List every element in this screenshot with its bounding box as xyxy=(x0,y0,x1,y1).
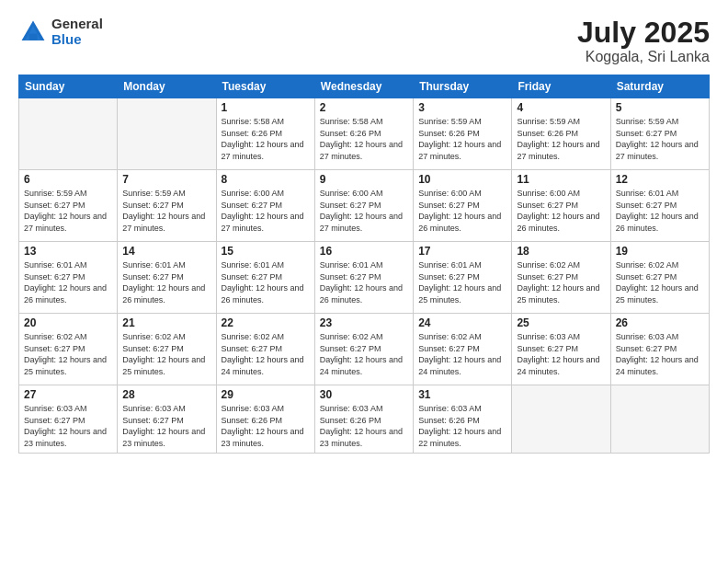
table-row: 7Sunrise: 5:59 AM Sunset: 6:27 PM Daylig… xyxy=(118,170,216,242)
table-row: 21Sunrise: 6:02 AM Sunset: 6:27 PM Dayli… xyxy=(118,314,216,385)
day-info: Sunrise: 6:00 AM Sunset: 6:27 PM Dayligh… xyxy=(320,188,408,234)
day-info: Sunrise: 6:02 AM Sunset: 6:27 PM Dayligh… xyxy=(122,331,210,377)
day-info: Sunrise: 5:59 AM Sunset: 6:26 PM Dayligh… xyxy=(517,116,605,162)
logo-text: General Blue xyxy=(51,17,103,47)
table-row: 29Sunrise: 6:03 AM Sunset: 6:26 PM Dayli… xyxy=(216,385,314,453)
table-row: 28Sunrise: 6:03 AM Sunset: 6:27 PM Dayli… xyxy=(118,385,216,453)
day-number: 13 xyxy=(24,245,112,258)
table-row: 16Sunrise: 6:01 AM Sunset: 6:27 PM Dayli… xyxy=(314,242,413,314)
table-row: 13Sunrise: 6:01 AM Sunset: 6:27 PM Dayli… xyxy=(19,242,118,314)
day-info: Sunrise: 6:01 AM Sunset: 6:27 PM Dayligh… xyxy=(320,259,408,305)
day-info: Sunrise: 6:02 AM Sunset: 6:27 PM Dayligh… xyxy=(222,331,310,377)
day-number: 28 xyxy=(122,388,210,401)
logo: General Blue xyxy=(18,17,103,47)
day-number: 29 xyxy=(222,388,310,401)
day-number: 9 xyxy=(320,173,408,186)
table-row: 30Sunrise: 6:03 AM Sunset: 6:26 PM Dayli… xyxy=(314,385,413,453)
day-info: Sunrise: 6:01 AM Sunset: 6:27 PM Dayligh… xyxy=(122,259,210,305)
day-number: 12 xyxy=(616,173,704,186)
title-location: Koggala, Sri Lanka xyxy=(577,49,710,65)
day-info: Sunrise: 6:03 AM Sunset: 6:26 PM Dayligh… xyxy=(320,403,408,449)
title-block: July 2025 Koggala, Sri Lanka xyxy=(577,17,710,65)
table-row: 23Sunrise: 6:02 AM Sunset: 6:27 PM Dayli… xyxy=(314,314,413,385)
day-info: Sunrise: 5:59 AM Sunset: 6:27 PM Dayligh… xyxy=(24,188,112,234)
day-number: 2 xyxy=(320,101,408,114)
day-number: 30 xyxy=(320,388,408,401)
day-info: Sunrise: 6:03 AM Sunset: 6:27 PM Dayligh… xyxy=(616,331,704,377)
table-row xyxy=(610,385,709,453)
table-row: 15Sunrise: 6:01 AM Sunset: 6:27 PM Dayli… xyxy=(216,242,314,314)
day-info: Sunrise: 6:00 AM Sunset: 6:27 PM Dayligh… xyxy=(222,188,310,234)
day-info: Sunrise: 6:01 AM Sunset: 6:27 PM Dayligh… xyxy=(418,259,506,305)
day-info: Sunrise: 5:58 AM Sunset: 6:26 PM Dayligh… xyxy=(320,116,408,162)
day-number: 8 xyxy=(222,173,310,186)
day-number: 15 xyxy=(222,245,310,258)
day-number: 21 xyxy=(122,316,210,329)
table-row: 18Sunrise: 6:02 AM Sunset: 6:27 PM Dayli… xyxy=(512,242,610,314)
logo-blue: Blue xyxy=(51,32,103,48)
day-number: 5 xyxy=(616,101,704,114)
day-number: 20 xyxy=(24,316,112,329)
table-row: 11Sunrise: 6:00 AM Sunset: 6:27 PM Dayli… xyxy=(512,170,610,242)
day-number: 11 xyxy=(517,173,605,186)
table-row: 24Sunrise: 6:02 AM Sunset: 6:27 PM Dayli… xyxy=(414,314,512,385)
day-number: 19 xyxy=(616,245,704,258)
day-info: Sunrise: 6:00 AM Sunset: 6:27 PM Dayligh… xyxy=(517,188,605,234)
table-row xyxy=(118,98,216,170)
day-info: Sunrise: 6:03 AM Sunset: 6:26 PM Dayligh… xyxy=(418,403,506,449)
calendar-table: Sunday Monday Tuesday Wednesday Thursday… xyxy=(18,75,710,453)
table-row: 20Sunrise: 6:02 AM Sunset: 6:27 PM Dayli… xyxy=(19,314,118,385)
table-row: 19Sunrise: 6:02 AM Sunset: 6:27 PM Dayli… xyxy=(610,242,709,314)
day-info: Sunrise: 6:03 AM Sunset: 6:27 PM Dayligh… xyxy=(122,403,210,449)
day-number: 1 xyxy=(222,101,310,114)
day-info: Sunrise: 5:59 AM Sunset: 6:26 PM Dayligh… xyxy=(418,116,506,162)
table-row xyxy=(19,98,118,170)
day-info: Sunrise: 6:01 AM Sunset: 6:27 PM Dayligh… xyxy=(222,259,310,305)
col-thursday: Thursday xyxy=(414,75,512,98)
col-saturday: Saturday xyxy=(610,75,709,98)
day-number: 17 xyxy=(418,245,506,258)
day-info: Sunrise: 5:59 AM Sunset: 6:27 PM Dayligh… xyxy=(616,116,704,162)
table-row: 12Sunrise: 6:01 AM Sunset: 6:27 PM Dayli… xyxy=(610,170,709,242)
day-number: 18 xyxy=(517,245,605,258)
logo-general: General xyxy=(51,17,103,32)
page: General Blue July 2025 Koggala, Sri Lank… xyxy=(0,0,728,563)
table-row: 17Sunrise: 6:01 AM Sunset: 6:27 PM Dayli… xyxy=(414,242,512,314)
table-row: 22Sunrise: 6:02 AM Sunset: 6:27 PM Dayli… xyxy=(216,314,314,385)
day-info: Sunrise: 6:01 AM Sunset: 6:27 PM Dayligh… xyxy=(24,259,112,305)
day-info: Sunrise: 6:00 AM Sunset: 6:27 PM Dayligh… xyxy=(418,188,506,234)
title-month: July 2025 xyxy=(577,17,710,49)
table-row: 5Sunrise: 5:59 AM Sunset: 6:27 PM Daylig… xyxy=(610,98,709,170)
day-info: Sunrise: 6:03 AM Sunset: 6:27 PM Dayligh… xyxy=(24,403,112,449)
day-info: Sunrise: 5:58 AM Sunset: 6:26 PM Dayligh… xyxy=(222,116,310,162)
table-row: 2Sunrise: 5:58 AM Sunset: 6:26 PM Daylig… xyxy=(314,98,413,170)
day-info: Sunrise: 6:02 AM Sunset: 6:27 PM Dayligh… xyxy=(616,259,704,305)
col-tuesday: Tuesday xyxy=(216,75,314,98)
day-info: Sunrise: 6:02 AM Sunset: 6:27 PM Dayligh… xyxy=(418,331,506,377)
table-row: 25Sunrise: 6:03 AM Sunset: 6:27 PM Dayli… xyxy=(512,314,610,385)
calendar-header-row: Sunday Monday Tuesday Wednesday Thursday… xyxy=(19,75,710,98)
day-number: 22 xyxy=(222,316,310,329)
table-row: 14Sunrise: 6:01 AM Sunset: 6:27 PM Dayli… xyxy=(118,242,216,314)
table-row: 10Sunrise: 6:00 AM Sunset: 6:27 PM Dayli… xyxy=(414,170,512,242)
table-row: 4Sunrise: 5:59 AM Sunset: 6:26 PM Daylig… xyxy=(512,98,610,170)
table-row: 3Sunrise: 5:59 AM Sunset: 6:26 PM Daylig… xyxy=(414,98,512,170)
day-info: Sunrise: 6:01 AM Sunset: 6:27 PM Dayligh… xyxy=(616,188,704,234)
day-number: 16 xyxy=(320,245,408,258)
day-number: 3 xyxy=(418,101,506,114)
day-info: Sunrise: 6:03 AM Sunset: 6:26 PM Dayligh… xyxy=(222,403,310,449)
table-row: 26Sunrise: 6:03 AM Sunset: 6:27 PM Dayli… xyxy=(610,314,709,385)
day-info: Sunrise: 6:03 AM Sunset: 6:27 PM Dayligh… xyxy=(517,331,605,377)
day-number: 6 xyxy=(24,173,112,186)
day-number: 24 xyxy=(418,316,506,329)
day-info: Sunrise: 6:02 AM Sunset: 6:27 PM Dayligh… xyxy=(24,331,112,377)
table-row: 31Sunrise: 6:03 AM Sunset: 6:26 PM Dayli… xyxy=(414,385,512,453)
col-monday: Monday xyxy=(118,75,216,98)
svg-rect-2 xyxy=(29,33,38,40)
day-number: 4 xyxy=(517,101,605,114)
logo-icon xyxy=(18,17,48,47)
table-row: 6Sunrise: 5:59 AM Sunset: 6:27 PM Daylig… xyxy=(19,170,118,242)
header: General Blue July 2025 Koggala, Sri Lank… xyxy=(18,17,710,65)
col-wednesday: Wednesday xyxy=(314,75,413,98)
day-number: 7 xyxy=(122,173,210,186)
